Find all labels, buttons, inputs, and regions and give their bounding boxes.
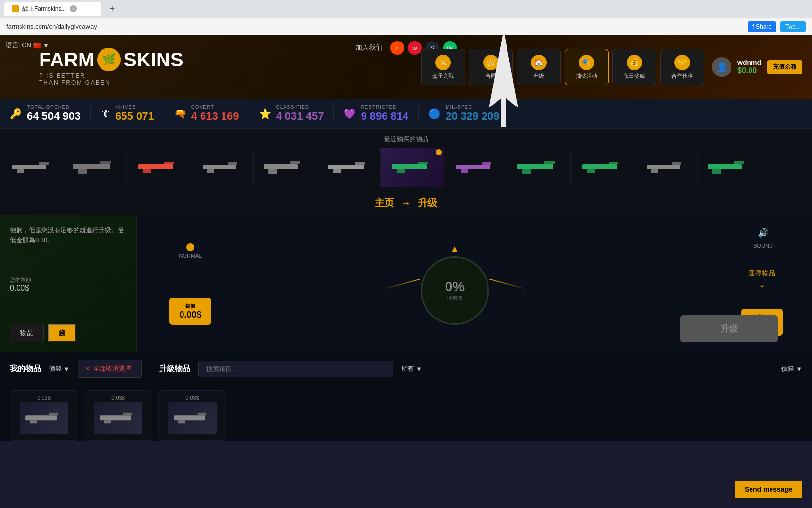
nav-partner[interactable]: 🤝 合作伙伴 (660, 49, 704, 85)
weapon-image (451, 155, 500, 179)
svg-rect-15 (328, 165, 364, 169)
covert-gun-icon: 🔫 (174, 108, 186, 120)
user-avatar: 👤 (712, 57, 731, 77)
svg-rect-41 (123, 412, 132, 415)
user-balance: $0.00 (737, 66, 761, 75)
svg-rect-13 (290, 161, 300, 164)
reddit-icon[interactable]: r (390, 41, 404, 55)
select-item-button[interactable]: 選擇物品 ⌄ (741, 269, 783, 289)
breadcrumb-section: 主页 → 升级 (0, 190, 812, 215)
svg-rect-1 (39, 162, 49, 165)
nav-box-battle-icon: ⚔ (435, 55, 451, 70)
weapon-image (642, 155, 690, 179)
browser-tab[interactable]: 战上Farmskins... × (4, 2, 102, 16)
knife-icon: 🗡 (101, 108, 110, 119)
upgrade-tabs: 物品 錢 (10, 324, 126, 342)
facebook-share-button[interactable]: f Share (748, 21, 776, 32)
upgrade-balance-label: 您的餘額 (10, 276, 126, 284)
user-name: wdnmd (737, 59, 761, 66)
nav-daily[interactable]: 💰 每日奖励 (612, 49, 656, 85)
tab-close-button[interactable]: × (70, 5, 77, 12)
price-filter-right[interactable]: 價錢 ▼ (781, 364, 802, 373)
list-item (571, 148, 634, 187)
svg-rect-21 (456, 165, 490, 169)
upgrade-warning-text: 抱歉，但是您没有足够的錢進行升级。最低金額為0.30。 (10, 225, 126, 246)
star-indicator (436, 149, 442, 155)
weapon-image (325, 155, 373, 179)
user-info: wdnmd $0.00 (737, 59, 761, 75)
price-right-chevron-icon: ▼ (796, 365, 802, 373)
list-item (190, 148, 254, 187)
stats-bar: 🔑 TOTAL OPENED 64 504 903 🗡 KNIVES 655 0… (0, 99, 812, 129)
normal-indicator: NORMAL (179, 243, 202, 259)
list-item[interactable]: 0.03$ (10, 390, 78, 441)
search-input[interactable] (198, 361, 393, 377)
svg-rect-4 (100, 161, 111, 164)
bet-box-value: 0.00$ (179, 310, 201, 320)
new-tab-button[interactable]: + (105, 2, 119, 16)
filter-all-dropdown[interactable]: 所有 ▼ (401, 364, 422, 373)
select-chevron-icon: ⌄ (759, 280, 765, 289)
covert-label: COVERT (191, 105, 239, 110)
items-tab[interactable]: 物品 (10, 324, 44, 342)
list-item[interactable]: 0.03$ (84, 390, 152, 441)
nav-upgrade[interactable]: 🏠 升级 (517, 49, 561, 85)
svg-rect-18 (392, 164, 427, 169)
lang-label: 语言: CN (6, 41, 31, 50)
svg-rect-32 (651, 169, 658, 173)
svg-rect-17 (333, 169, 341, 173)
tab-icon (12, 5, 19, 12)
stat-classified: ⭐ CLASSIFIED 4 031 457 (249, 105, 334, 123)
price-filter-left[interactable]: 價錢 ▼ (49, 364, 70, 373)
svg-rect-6 (138, 164, 173, 169)
mil-spec-label: MIL-SPEC (446, 105, 499, 110)
bet-price-box: 捌價 0.00$ (169, 298, 211, 325)
svg-rect-31 (672, 162, 681, 165)
svg-rect-9 (203, 165, 236, 169)
money-tab[interactable]: 錢 (48, 324, 76, 342)
sound-control: 🔊 SOUND (753, 225, 773, 258)
item-image (168, 402, 217, 434)
logo-circle-icon: 🌿 (97, 48, 121, 71)
svg-rect-2 (17, 169, 24, 173)
nav-partner-icon: 🤝 (674, 55, 690, 70)
svg-rect-29 (587, 169, 595, 173)
list-item (698, 148, 761, 187)
breadcrumb-home[interactable]: 主页 (375, 197, 394, 208)
charge-button[interactable]: 充值余额 (767, 60, 802, 74)
weapon-image (388, 155, 437, 179)
nav-lucky-label: 抽奖活动 (576, 72, 597, 80)
nav-box-battle[interactable]: ⚔ 盒子之戰 (421, 49, 465, 85)
nav-contract-label: 合同 (486, 72, 496, 80)
knives-label: KNIVES (115, 105, 154, 110)
stat-covert: 🔫 COVERT 4 613 169 (164, 105, 249, 123)
weibo-icon[interactable]: w (408, 41, 422, 55)
sound-button[interactable]: 🔊 SOUND (753, 225, 773, 249)
list-item (127, 148, 190, 187)
svg-rect-16 (355, 162, 365, 165)
list-item (0, 148, 63, 187)
twitter-share-button[interactable]: Twe... (780, 21, 806, 32)
normal-dot-icon (186, 243, 194, 251)
item-image (20, 402, 68, 434)
bet-container: 捌價 0.00$ (169, 269, 211, 325)
nav-lucky[interactable]: 🎭 抽奖活动 (565, 49, 609, 85)
nav-contract[interactable]: 👑 合同 (469, 49, 513, 85)
weapon-image (134, 155, 183, 179)
logo-tagline: P IS BETTER THAN FROM GABEN (39, 72, 183, 86)
filter-all-label: 所有 (401, 364, 414, 373)
url-display: farmskins.com/cn/dailygiveaway (6, 23, 744, 30)
join-us-label: 加入我们 (355, 43, 383, 52)
breadcrumb-arrow: → (401, 197, 411, 208)
sound-icon: 🔊 (755, 225, 771, 241)
list-item[interactable]: 0.03$ (158, 390, 226, 441)
bet-box-label: 捌價 (179, 303, 201, 310)
list-item (444, 148, 508, 187)
cancel-all-button[interactable]: × 全部取消選擇 (78, 360, 142, 378)
stat-total-opened: 🔑 TOTAL OPENED 64 504 903 (10, 105, 91, 123)
svg-rect-7 (164, 162, 174, 164)
sound-label: SOUND (753, 243, 773, 249)
items-grid: 0.03$ 0.03$ 0.03$ (0, 385, 812, 441)
upgrade-button[interactable]: 升级 (680, 315, 778, 342)
upgrade-middle-section: NORMAL 捌價 0.00$ (137, 215, 244, 352)
